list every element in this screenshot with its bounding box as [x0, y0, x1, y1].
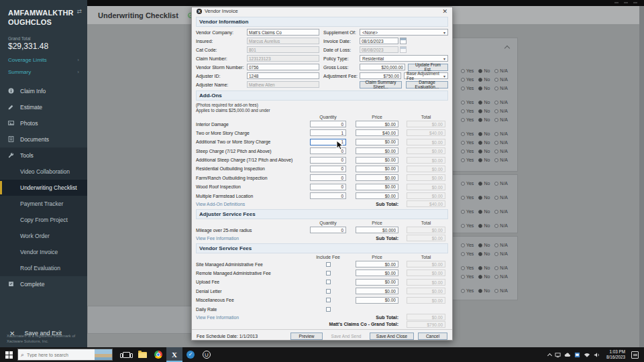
radio-option-yes[interactable]: Yes	[461, 140, 474, 145]
sidebar-item-work-order[interactable]: Work Order	[0, 228, 87, 244]
sidebar-item-video-collaboration[interactable]: Video Collaboration	[0, 164, 87, 180]
radio-option-yes[interactable]: Yes	[461, 251, 474, 256]
quantity-input[interactable]	[310, 157, 346, 164]
sidebar-item-photos[interactable]: Photos	[0, 115, 87, 131]
radio-option-yes[interactable]: Yes	[461, 86, 474, 90]
radio-option-n-a[interactable]: N/A	[494, 77, 508, 82]
sidebar-item-copy-from-project[interactable]: Copy From Project	[0, 212, 87, 228]
radio-option-n-a[interactable]: N/A	[494, 86, 508, 90]
price-input[interactable]	[356, 279, 398, 286]
price-input[interactable]	[356, 227, 398, 233]
radio-option-no[interactable]: No	[478, 68, 490, 73]
price-input[interactable]	[356, 139, 398, 145]
sidebar-item-underwriting-checklist[interactable]: Underwriting Checklist	[0, 180, 87, 196]
sidebar-item-roof-evaluation[interactable]: Roof Evaluation	[0, 260, 87, 276]
price-input[interactable]	[356, 297, 398, 304]
policy-type-dropdown[interactable]: Residential ▾	[360, 55, 448, 62]
radio-option-no[interactable]: No	[478, 149, 490, 154]
quantity-input[interactable]	[310, 174, 346, 181]
radio-option-no[interactable]: No	[478, 86, 490, 90]
radio-option-no[interactable]: No	[478, 243, 490, 247]
preview-button[interactable]: Preview	[290, 333, 323, 340]
radio-option-n-a[interactable]: N/A	[494, 109, 508, 113]
radio-option-yes[interactable]: Yes	[461, 243, 474, 247]
radio-option-yes[interactable]: Yes	[461, 181, 474, 186]
gross-loss-input[interactable]	[360, 64, 405, 70]
radio-option-no[interactable]: No	[478, 181, 490, 186]
radio-option-yes[interactable]: Yes	[461, 158, 474, 162]
radio-option-n-a[interactable]: N/A	[494, 131, 508, 136]
radio-option-no[interactable]: No	[478, 274, 490, 279]
radio-option-no[interactable]: No	[478, 117, 490, 122]
taskbar-clock[interactable]: 1:03 PM 8/16/2023	[606, 349, 625, 361]
radio-option-no[interactable]: No	[478, 100, 490, 105]
view-fee-information-link[interactable]: View Fee Information	[196, 236, 376, 241]
radio-option-n-a[interactable]: N/A	[494, 195, 508, 200]
search-highlight-image[interactable]	[95, 349, 112, 361]
radio-option-no[interactable]: No	[478, 131, 490, 136]
radio-option-yes[interactable]: Yes	[461, 288, 474, 293]
price-input[interactable]	[356, 288, 398, 294]
radio-option-no[interactable]: No	[478, 251, 490, 256]
quantity-input[interactable]	[310, 121, 346, 127]
price-input[interactable]	[356, 157, 398, 164]
speaker-icon[interactable]	[594, 352, 600, 358]
start-button[interactable]	[0, 347, 17, 362]
price-input[interactable]	[356, 121, 398, 127]
file-explorer-button[interactable]	[134, 347, 150, 362]
include-fee-checkbox[interactable]	[326, 262, 331, 267]
radio-option-no[interactable]: No	[478, 109, 490, 113]
sidebar-item-documents[interactable]: Documents	[0, 131, 87, 147]
price-input[interactable]	[356, 192, 398, 199]
radio-option-no[interactable]: No	[478, 209, 490, 214]
sidebar-item-complete[interactable]: Complete	[0, 276, 87, 292]
price-input[interactable]	[356, 184, 398, 190]
quantity-input[interactable]	[310, 192, 346, 199]
invoice-date-input[interactable]	[360, 38, 398, 44]
display-settings-icon[interactable]	[574, 352, 580, 358]
save-and-close-button[interactable]: Save And Close	[370, 333, 414, 340]
sidebar-item-claim-info[interactable]: Claim Info	[0, 83, 87, 99]
switch-project-icon[interactable]: ⇄	[76, 8, 82, 15]
chrome-button[interactable]	[150, 347, 166, 362]
update-from-est-button[interactable]: Update From Est.	[408, 64, 448, 71]
radio-option-n-a[interactable]: N/A	[494, 181, 508, 186]
radio-option-yes[interactable]: Yes	[461, 117, 474, 122]
radio-option-yes[interactable]: Yes	[461, 77, 474, 82]
radio-option-n-a[interactable]: N/A	[494, 158, 508, 162]
radio-option-n-a[interactable]: N/A	[494, 117, 508, 122]
calendar-icon[interactable]	[400, 38, 407, 44]
radio-option-no[interactable]: No	[478, 195, 490, 200]
quantity-input[interactable]	[310, 166, 346, 172]
window-controls[interactable]	[614, 2, 637, 3]
scrollbar[interactable]	[639, 6, 644, 347]
close-icon[interactable]: ✕	[442, 8, 447, 15]
include-fee-checkbox[interactable]	[326, 307, 331, 312]
sidebar-item-estimate[interactable]: Estimate	[0, 99, 87, 115]
radio-option-n-a[interactable]: N/A	[494, 68, 508, 73]
u-app-button[interactable]: U	[199, 347, 215, 362]
price-input[interactable]	[356, 166, 398, 172]
adjuster-id-input[interactable]	[247, 72, 319, 79]
claim-summary-sheet-button[interactable]: Claim Summary Sheet...	[360, 81, 402, 88]
device-icon[interactable]	[555, 352, 561, 358]
radio-option-yes[interactable]: Yes	[461, 131, 474, 136]
radio-option-yes[interactable]: Yes	[461, 109, 474, 113]
quantity-input[interactable]	[310, 227, 346, 233]
radio-option-n-a[interactable]: N/A	[494, 140, 508, 145]
radio-option-no[interactable]: No	[478, 158, 490, 162]
radio-option-yes[interactable]: Yes	[461, 274, 474, 279]
radio-option-no[interactable]: No	[478, 140, 490, 145]
damage-evaluation-button[interactable]: Damage Evaluation...	[406, 81, 448, 88]
include-fee-checkbox[interactable]	[326, 289, 331, 294]
tray-expand-chevron-icon[interactable]	[547, 353, 552, 357]
include-fee-checkbox[interactable]	[326, 271, 331, 276]
radio-option-yes[interactable]: Yes	[461, 223, 474, 228]
supplement-of-dropdown[interactable]: <None> ▾	[360, 29, 448, 36]
view-addon-definitions-link[interactable]: View Add-On Definitions	[196, 202, 376, 206]
radio-option-n-a[interactable]: N/A	[494, 243, 508, 247]
include-fee-checkbox[interactable]	[326, 280, 331, 284]
include-fee-checkbox[interactable]	[326, 298, 331, 302]
action-center-icon[interactable]	[631, 351, 639, 359]
radio-option-yes[interactable]: Yes	[461, 149, 474, 154]
